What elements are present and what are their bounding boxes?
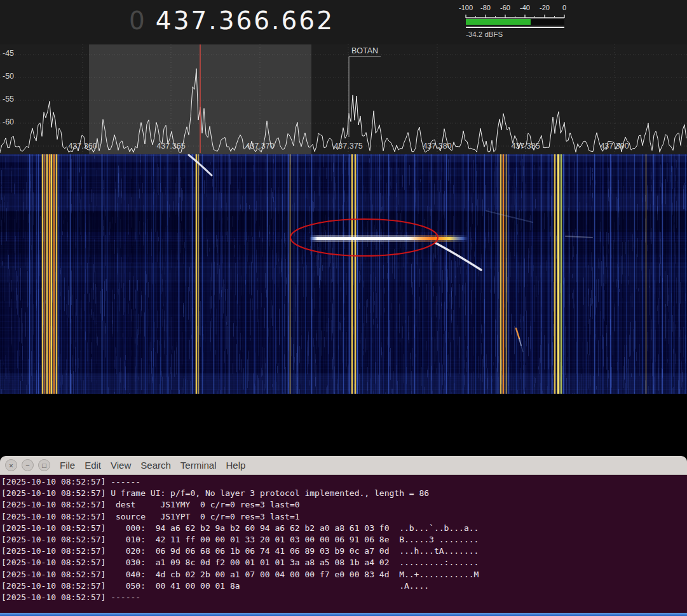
meter-scale-label: -20 <box>534 4 555 11</box>
meter-separator-line <box>466 27 564 28</box>
signal-strength-meter: -100-80-60-40-200 -34.2 dBFS <box>458 4 572 42</box>
close-icon[interactable]: × <box>5 459 17 471</box>
meter-scale-label: -60 <box>495 4 515 11</box>
frequency-axis-label: 437.385 <box>504 142 547 151</box>
waterfall-display[interactable] <box>0 154 687 394</box>
terminal-menubar: FileEditViewSearchTerminalHelp <box>60 460 255 471</box>
menu-item-search[interactable]: Search <box>140 460 171 471</box>
frequency-display[interactable]: 0 437.366.662 <box>129 6 334 35</box>
frequency-value: 437.366.662 <box>156 6 334 35</box>
meter-scale-label: -100 <box>456 4 476 11</box>
terminal-log-text: [2025-10-10 08:52:57] ------ [2025-10-10… <box>0 475 687 603</box>
minimize-icon[interactable]: − <box>22 459 34 471</box>
meter-bar-fill <box>466 19 531 25</box>
menu-item-file[interactable]: File <box>60 460 75 471</box>
waterfall-blank-area <box>0 394 687 456</box>
meter-scale-label: 0 <box>554 4 575 11</box>
frequency-axis-label: 437.380 <box>416 142 459 151</box>
frequency-axis-label: 437.375 <box>327 142 370 151</box>
frequency-axis-label: 437.365 <box>149 142 193 151</box>
spectrum-panadapter[interactable]: BOTAN -45-50-55-60437.360437.365437.3704… <box>0 44 687 154</box>
terminal-output[interactable]: [2025-10-10 08:52:57] ------ [2025-10-10… <box>0 475 687 613</box>
background-window-edge <box>0 613 687 616</box>
frequency-leading-zero: 0 <box>129 6 147 35</box>
meter-tick-ruler <box>458 13 572 19</box>
meter-value-label: -34.2 dBFS <box>466 30 503 38</box>
menu-item-terminal[interactable]: Terminal <box>180 460 217 471</box>
sdr-app-screen: 0 437.366.662 -100-80-60-40-200 -34.2 dB… <box>0 0 687 616</box>
db-axis-label: -50 <box>3 72 24 81</box>
db-axis-label: -55 <box>3 95 24 104</box>
db-axis-label: -45 <box>3 49 24 58</box>
terminal-window: × − □ FileEditViewSearchTerminalHelp [20… <box>0 453 687 613</box>
db-axis-label: -60 <box>3 117 24 126</box>
meter-scale-label: -40 <box>515 4 535 11</box>
frequency-axis-label: 437.360 <box>61 142 104 151</box>
menu-item-view[interactable]: View <box>111 460 131 471</box>
spectrum-plot[interactable] <box>0 44 687 154</box>
meter-scale-label: -80 <box>475 4 496 11</box>
bookmark-label[interactable]: BOTAN <box>351 46 378 55</box>
menu-item-edit[interactable]: Edit <box>85 460 101 471</box>
terminal-titlebar[interactable]: × − □ FileEditViewSearchTerminalHelp <box>0 456 687 475</box>
menu-item-help[interactable]: Help <box>226 460 246 471</box>
maximize-icon[interactable]: □ <box>38 459 50 471</box>
frequency-axis-label: 437.390 <box>593 142 636 151</box>
frequency-axis-label: 437.370 <box>238 142 282 151</box>
meter-bar <box>466 19 564 25</box>
receiver-header: 0 437.366.662 -100-80-60-40-200 -34.2 dB… <box>0 0 687 44</box>
